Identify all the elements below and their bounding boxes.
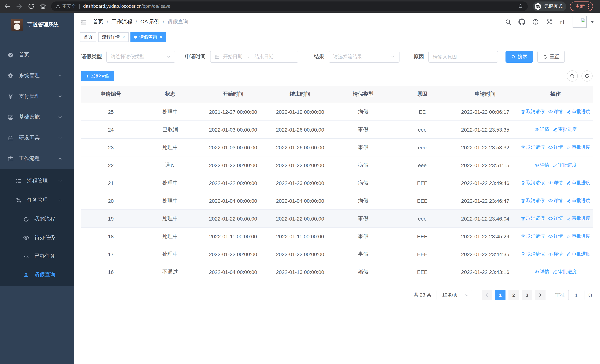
sidebar-item-done-task[interactable]: 已办任务 (0, 247, 74, 265)
show-search-button[interactable] (567, 70, 578, 82)
progress-action-link[interactable]: 审批进度 (566, 180, 590, 186)
sidebar-item-todo-task[interactable]: 待办任务 (0, 228, 74, 247)
reload-icon[interactable] (28, 3, 35, 10)
font-size-icon[interactable]: TT (560, 19, 565, 25)
avatar[interactable] (572, 16, 587, 28)
sidebar-item-system[interactable]: 系统管理 (0, 65, 74, 86)
goto-page-input[interactable] (568, 290, 584, 300)
tab-process-detail[interactable]: 流程详情× (98, 32, 129, 42)
progress-action-link[interactable]: 审批进度 (566, 215, 590, 222)
progress-action-link[interactable]: 审批进度 (566, 233, 590, 239)
cancel-action-link[interactable]: 取消请假 (521, 109, 545, 115)
cancel-action-link[interactable]: 取消请假 (521, 180, 545, 186)
collapse-menu-icon[interactable] (80, 18, 87, 25)
browser-update-button[interactable]: 更新 (570, 1, 593, 11)
tab-home[interactable]: 首页 (80, 32, 96, 42)
calendar-icon (215, 54, 220, 59)
reset-button[interactable]: 重置 (537, 51, 565, 63)
security-warning[interactable]: 不安全 (62, 3, 76, 9)
github-icon[interactable] (518, 19, 525, 25)
forward-icon[interactable] (16, 3, 23, 10)
detail-action-link[interactable]: 详情 (548, 251, 563, 257)
chevron-down-icon (58, 94, 62, 99)
fullscreen-icon[interactable] (546, 19, 553, 25)
sidebar-item-infra[interactable]: 基础设施 (0, 107, 74, 128)
detail-action-link[interactable]: 详情 (548, 233, 563, 239)
sidebar-item-workflow[interactable]: 工作流程 (0, 148, 74, 169)
sidebar-item-home[interactable]: 首页 (0, 45, 74, 65)
search-button[interactable]: 搜索 (506, 51, 533, 63)
cancel-action-link[interactable]: 取消请假 (521, 215, 545, 222)
more-vertical-icon[interactable] (588, 4, 589, 9)
progress-action-link[interactable]: 审批进度 (553, 162, 577, 168)
page-button-1[interactable]: 1 (495, 290, 506, 300)
prev-page-button[interactable] (482, 290, 492, 300)
cancel-action-link[interactable]: 取消请假 (521, 197, 545, 204)
cancel-action-link[interactable]: 取消请假 (521, 233, 545, 239)
result-select[interactable]: 请选择流结果 (329, 51, 400, 63)
reason-input[interactable] (433, 54, 494, 59)
search-icon[interactable] (505, 19, 511, 25)
sidebar-item-devtools[interactable]: 研发工具 (0, 128, 74, 148)
detail-action-link[interactable]: 详情 (534, 126, 549, 133)
pager: 123 (482, 290, 545, 300)
progress-action-link[interactable]: 审批进度 (566, 197, 590, 204)
sidebar-item-leave-query[interactable]: 请假查询 (0, 265, 74, 284)
logo[interactable]: 芋道管理系统 (0, 13, 74, 37)
leave-type-select[interactable]: 请选择请假类型 (106, 51, 175, 63)
detail-action-link[interactable]: 详情 (548, 109, 563, 115)
progress-action-link[interactable]: 审批进度 (566, 109, 590, 115)
cancel-action-link[interactable]: 取消请假 (521, 251, 545, 257)
progress-action-link[interactable]: 审批进度 (566, 144, 590, 150)
apply-time-range-picker[interactable]: 开始日期 - 结束日期 (210, 51, 298, 63)
sidebar-item-my-process[interactable]: 我的流程 (0, 210, 74, 228)
breadcrumb-item[interactable]: OA 示例 (141, 19, 159, 25)
cell-status: 不通过 (141, 263, 200, 280)
cell-end-time: 2022-01-22 00:00:00 (266, 210, 334, 227)
warning-icon[interactable] (56, 4, 60, 9)
cancel-action-link[interactable]: 取消请假 (521, 144, 545, 150)
detail-action-link[interactable]: 详情 (548, 215, 563, 222)
detail-action-link[interactable]: 详情 (548, 180, 563, 186)
home-icon[interactable] (39, 3, 47, 10)
col-header-leave-type: 请假类型 (334, 86, 393, 103)
page-button-3[interactable]: 3 (522, 290, 532, 300)
cell-start-time: 2022-01-04 00:00:00 (200, 192, 266, 209)
breadcrumb-item[interactable]: 首页 (93, 19, 103, 25)
cell-actions: 取消请假详情审批进度 (518, 139, 593, 156)
sidebar-item-payment[interactable]: 支付管理 (0, 86, 74, 107)
detail-action-link[interactable]: 详情 (534, 162, 549, 168)
create-leave-button[interactable]: + 发起请假 (81, 71, 114, 81)
cell-actions: 详情审批进度 (518, 156, 593, 174)
tab-leave-query[interactable]: 请假查询× (131, 32, 166, 42)
sidebar: 芋道管理系统 首页系统管理支付管理基础设施研发工具工作流程流程管理任务管理我的流… (0, 13, 74, 364)
chevron-down-icon (58, 136, 62, 140)
tab-close-icon[interactable]: × (122, 35, 125, 39)
page-button-2[interactable]: 2 (508, 290, 519, 300)
cell-reason: EEE (393, 263, 452, 280)
cell-start-time: 2022-01-22 00:00:00 (200, 245, 266, 263)
cell-status: 处理中 (141, 103, 200, 121)
detail-action-link[interactable]: 详情 (534, 269, 549, 275)
sidebar-item-task-mgmt[interactable]: 任务管理 (0, 191, 74, 210)
action-label: 取消请假 (526, 180, 545, 186)
address-bar[interactable]: 不安全 dashboard.yudao.iocoder.cn/bpm/oa/le… (51, 1, 528, 11)
chevron-down-icon (465, 293, 469, 297)
tab-close-icon[interactable]: × (160, 35, 162, 39)
bookmark-star-icon[interactable] (518, 3, 523, 9)
navbar: 首页/工作流程/OA 示例/请假查询 TT (74, 13, 600, 31)
sidebar-item-process-mgmt[interactable]: 流程管理 (0, 171, 74, 191)
refresh-table-button[interactable] (581, 70, 593, 82)
progress-action-link[interactable]: 审批进度 (566, 251, 590, 257)
detail-action-link[interactable]: 详情 (548, 144, 563, 150)
detail-action-link[interactable]: 详情 (548, 197, 563, 204)
avatar-caret-down-icon[interactable] (590, 21, 594, 23)
help-icon[interactable] (532, 19, 539, 25)
eye-icon (548, 145, 553, 150)
page-size-select[interactable]: 10条/页 (437, 290, 472, 300)
breadcrumb-item[interactable]: 工作流程 (112, 19, 132, 25)
progress-action-link[interactable]: 审批进度 (553, 269, 577, 275)
next-page-button[interactable] (535, 290, 545, 300)
back-icon[interactable] (4, 3, 11, 10)
progress-action-link[interactable]: 审批进度 (553, 126, 577, 133)
